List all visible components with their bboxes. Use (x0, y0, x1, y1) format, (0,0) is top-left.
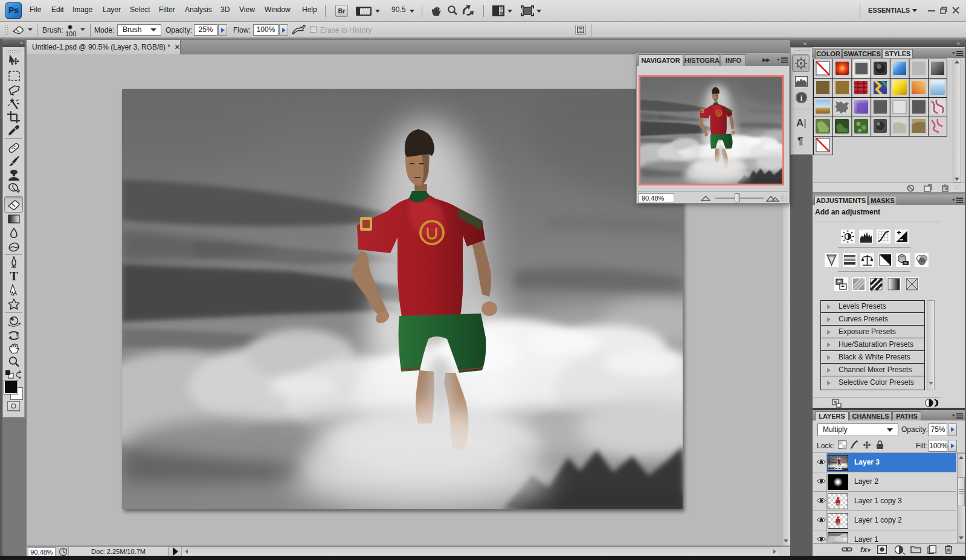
svg-text:i: i (800, 94, 803, 103)
